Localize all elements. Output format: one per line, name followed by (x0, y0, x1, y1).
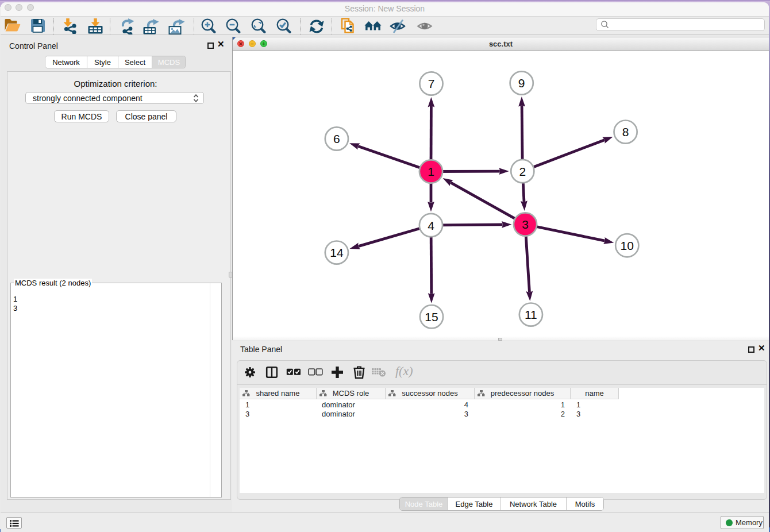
svg-text:15: 15 (425, 310, 438, 323)
svg-text:3: 3 (522, 218, 529, 231)
svg-text:9: 9 (518, 76, 525, 90)
svg-text:7: 7 (428, 77, 435, 90)
svg-text:8: 8 (622, 125, 629, 138)
svg-text:11: 11 (525, 308, 537, 321)
svg-text:6: 6 (333, 132, 340, 145)
svg-text:1: 1 (428, 165, 434, 178)
svg-text:10: 10 (621, 239, 634, 252)
svg-text:2: 2 (519, 165, 526, 178)
svg-text:14: 14 (330, 246, 344, 259)
svg-text:4: 4 (428, 219, 434, 232)
